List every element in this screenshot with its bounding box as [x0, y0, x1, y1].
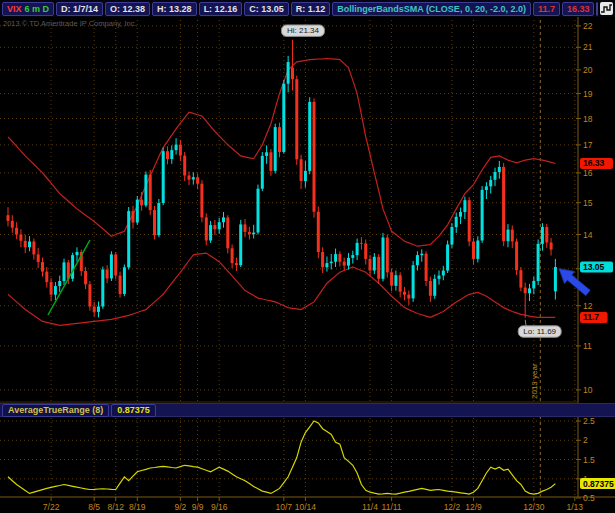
- candle-down: [41, 262, 44, 272]
- candle-up: [162, 151, 165, 203]
- price-tick-label: 15: [583, 198, 593, 208]
- candle-up: [170, 150, 173, 159]
- candle-down: [149, 175, 152, 211]
- date-tick-label: 10/14: [295, 502, 317, 512]
- candle-up: [209, 225, 212, 240]
- chart-window: VIX 6 m D D: 1/7/14 O: 12.38 H: 13.28 L:…: [0, 0, 615, 513]
- candle-down: [386, 238, 389, 273]
- candle-up: [442, 271, 445, 276]
- indicator-name[interactable]: AverageTrueRange (8): [2, 404, 109, 417]
- candle-down: [407, 295, 410, 299]
- close-field[interactable]: C: 13.05: [244, 2, 289, 16]
- candlestick-layer: [7, 40, 557, 318]
- chart-style-button[interactable]: [600, 2, 613, 15]
- candle-up: [463, 200, 466, 212]
- candle-up: [175, 145, 178, 151]
- candle-up: [63, 262, 66, 281]
- candle-down: [205, 217, 208, 240]
- candle-down: [399, 275, 402, 292]
- candle-down: [390, 272, 393, 285]
- study-label[interactable]: BollingerBandsSMA (CLOSE, 0, 20, -2.0, 2…: [332, 2, 531, 16]
- candle-down: [550, 243, 553, 250]
- symbol-timeframe-box[interactable]: VIX 6 m D: [2, 2, 54, 16]
- atr-axis[interactable]: 0.511.522.5: [576, 416, 595, 503]
- time-axis[interactable]: 7/228/58/128/199/29/99/1610/710/1411/411…: [43, 497, 584, 512]
- candle-down: [403, 292, 406, 295]
- candle-up: [54, 286, 57, 295]
- candle-down: [338, 254, 341, 262]
- atr-tick-label: 0.5: [583, 493, 595, 503]
- price-tick-label: 14: [583, 230, 593, 240]
- candle-up: [347, 258, 350, 266]
- date-tick-label: 11/4: [362, 502, 378, 512]
- date-tick-label: 8/19: [129, 502, 146, 512]
- candle-up: [127, 211, 130, 267]
- candle-down: [114, 254, 117, 275]
- candle-up: [459, 212, 462, 217]
- candle-up: [334, 254, 337, 262]
- candle-down: [295, 79, 298, 159]
- candle-down: [369, 259, 372, 271]
- candle-up: [412, 265, 415, 298]
- candle-down: [248, 232, 251, 234]
- candle-up: [373, 257, 376, 271]
- candle-up: [192, 177, 195, 179]
- open-field[interactable]: O: 12.38: [105, 2, 150, 16]
- date-tick-label: 7/22: [43, 502, 60, 512]
- candle-down: [37, 254, 40, 262]
- date-field[interactable]: D: 1/7/14: [56, 2, 103, 16]
- candle-down: [231, 248, 234, 263]
- candle-up: [433, 279, 436, 296]
- candle-up: [287, 62, 290, 84]
- price-tick-label: 20: [583, 65, 593, 75]
- candle-down: [84, 271, 87, 284]
- low-field[interactable]: L: 12.16: [199, 2, 243, 16]
- candle-down: [360, 243, 363, 244]
- candle-down: [313, 102, 316, 212]
- candle-down: [200, 184, 203, 218]
- date-tick-label: 8/5: [88, 502, 100, 512]
- candle-up: [489, 180, 492, 187]
- date-tick-label: 10/7: [276, 502, 293, 512]
- candle-up: [157, 203, 160, 235]
- indicator-value: 0.87375: [111, 404, 156, 417]
- candle-down: [24, 241, 27, 247]
- candle-down: [300, 159, 303, 181]
- candle-up: [382, 238, 385, 279]
- candle-down: [119, 276, 122, 294]
- chart-area[interactable]: 2013 year101112131415161718192021220.511…: [0, 0, 615, 513]
- candle-down: [468, 200, 471, 241]
- candle-down: [235, 263, 238, 265]
- candle-down: [11, 221, 14, 228]
- study-upper-value: 16.33: [562, 2, 595, 16]
- candle-up: [494, 172, 497, 180]
- high-field[interactable]: H: 13.28: [152, 2, 197, 16]
- candle-up: [351, 255, 354, 258]
- trendline-drawing[interactable]: [48, 240, 90, 315]
- candle-down: [502, 167, 505, 241]
- date-tick-label: 12/30: [523, 502, 545, 512]
- candle-down: [32, 242, 35, 255]
- candle-up: [58, 281, 61, 286]
- symbol-label: VIX: [7, 3, 22, 15]
- candle-down: [425, 254, 428, 281]
- candle-up: [450, 227, 453, 245]
- toolbar-spacer: [596, 2, 598, 16]
- candle-down: [183, 156, 186, 176]
- low-annotation: Lo: 11.69: [518, 320, 561, 338]
- atr-tick-label: 2.5: [583, 416, 595, 426]
- candle-up: [481, 190, 484, 241]
- range-field[interactable]: R: 1.12: [291, 2, 331, 16]
- price-tick-label: 16: [583, 168, 593, 178]
- date-tick-label: 9/9: [192, 502, 204, 512]
- candle-up: [252, 233, 255, 235]
- candle-up: [308, 102, 311, 171]
- candle-up: [330, 262, 333, 263]
- candle-down: [244, 224, 247, 232]
- candle-up: [265, 152, 268, 156]
- price-axis[interactable]: 10111213141516171819202122: [0, 17, 615, 497]
- candle-up: [537, 244, 540, 281]
- candle-down: [364, 244, 367, 259]
- price-tick-label: 11: [583, 341, 592, 351]
- svg-text:Lo: 11.69: Lo: 11.69: [523, 327, 556, 336]
